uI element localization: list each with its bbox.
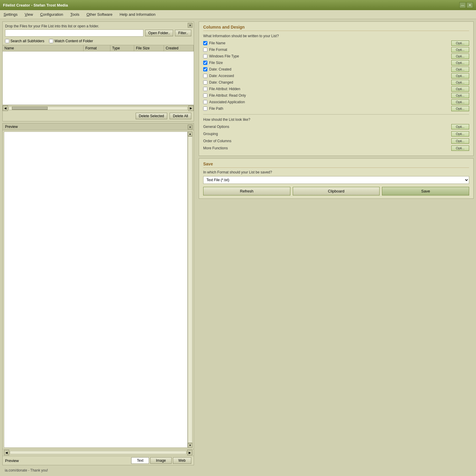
save-section: Save In which Format should your List be…: [199, 158, 474, 199]
checkbox-date-changed[interactable]: [203, 80, 207, 84]
opt-btn-file-name[interactable]: Opti...: [451, 40, 469, 46]
preview-footer: Preview Text Image Web: [3, 456, 194, 465]
opt-btn-order-of-columns[interactable]: Opti...: [451, 138, 469, 144]
menubar: Settings View Configuration Tools Other …: [0, 10, 476, 19]
column-item-windows-file-type: Windows File Type Opti...: [203, 54, 469, 59]
columns-design-section: Columns and Design What Information shou…: [199, 21, 474, 156]
col-type: Type: [110, 45, 134, 51]
opt-btn-date-accessed[interactable]: Opti...: [451, 73, 469, 79]
opt-btn-file-size[interactable]: Opti...: [451, 60, 469, 65]
preview-header-label: Preview: [5, 125, 18, 129]
preview-tabs: Text Image Web: [131, 457, 191, 464]
menu-item-settings[interactable]: Settings: [2, 12, 19, 17]
scroll-left-arrow[interactable]: ◀: [3, 106, 8, 111]
checkbox-associated-app[interactable]: [203, 100, 207, 104]
opt-btn-file-path[interactable]: Opti...: [451, 106, 469, 111]
opt-btn-more-functions[interactable]: Opti...: [451, 145, 469, 151]
file-section-close[interactable]: ✕: [188, 23, 192, 28]
menu-item-tools[interactable]: Tools: [69, 12, 80, 17]
menu-item-view[interactable]: View: [24, 12, 34, 17]
opt-btn-grouping[interactable]: Opti...: [451, 131, 469, 137]
close-button[interactable]: ✕: [466, 2, 473, 8]
scroll-down-arrow[interactable]: ▼: [188, 443, 192, 448]
preview-scroll-right[interactable]: ▶: [187, 450, 192, 455]
info-question: What Information should be written to yo…: [203, 34, 469, 38]
minimize-button[interactable]: —: [459, 2, 466, 8]
delete-selected-button[interactable]: Delete Selected: [136, 113, 167, 119]
clipboard-button[interactable]: Clipboard: [293, 187, 380, 195]
column-item-file-attrib-hidden: File Attribut: Hidden Opti...: [203, 86, 469, 92]
file-table-body[interactable]: [3, 51, 194, 105]
preview-section-close[interactable]: ✕: [188, 125, 192, 129]
col-name: Name: [3, 45, 84, 51]
checkbox-windows-file-type[interactable]: [203, 54, 207, 58]
scroll-up-arrow[interactable]: ▲: [188, 131, 192, 136]
filter-button[interactable]: Filter..: [175, 30, 191, 36]
refresh-button[interactable]: Refresh: [203, 187, 290, 195]
checkbox-file-path[interactable]: [203, 107, 207, 111]
checkbox-file-format[interactable]: [203, 48, 207, 52]
tab-image[interactable]: Image: [150, 457, 171, 464]
preview-h-track[interactable]: [10, 451, 187, 454]
column-item-date-changed: Date: Changed Opti...: [203, 80, 469, 85]
column-item-file-attrib-readonly: File Attribut: Read Only Opti...: [203, 93, 469, 98]
preview-h-scrollbar[interactable]: ◀ ▶: [3, 449, 194, 456]
search-subfolders-checkbox[interactable]: [5, 39, 9, 43]
file-table-header: Name Format Type File Size Created: [3, 45, 194, 51]
watch-folder-label[interactable]: Watch Content of Folder: [49, 39, 93, 43]
opt-btn-general-options[interactable]: Opti...: [451, 124, 469, 129]
scroll-track[interactable]: [9, 107, 188, 110]
preview-body[interactable]: [4, 131, 188, 448]
checkbox-date-created[interactable]: [203, 67, 207, 71]
menu-item-configuration[interactable]: Configuration: [39, 12, 64, 17]
label-date-accessed: Date: Accessed: [209, 74, 234, 78]
checkbox-file-name[interactable]: [203, 41, 207, 45]
file-section: ✕ Drop the Files for your File List into…: [2, 21, 194, 121]
main-layout: ✕ Drop the Files for your File List into…: [0, 19, 476, 476]
titlebar: Filelist Creator - Stefan Trost Media — …: [0, 0, 476, 10]
column-item-date-accessed: Date: Accessed Opti...: [203, 73, 469, 79]
left-panel: ✕ Drop the Files for your File List into…: [0, 19, 196, 476]
save-button[interactable]: Save: [382, 187, 469, 195]
watch-folder-checkbox[interactable]: [49, 39, 53, 43]
tab-web[interactable]: Web: [173, 457, 191, 464]
menu-item-other-software[interactable]: Other Software: [85, 12, 114, 17]
file-actions: Delete Selected Delete All: [3, 111, 194, 121]
scroll-thumb[interactable]: [12, 107, 48, 110]
vertical-scrollbar[interactable]: ▲ ▼: [188, 131, 192, 448]
opt-btn-associated-app[interactable]: Opti...: [451, 99, 469, 105]
file-input-row: Drop the Files for your File List into t…: [3, 22, 194, 29]
checkbox-file-attrib-readonly[interactable]: [203, 93, 207, 98]
look-item-grouping: Grouping Opti...: [203, 131, 469, 137]
label-date-changed: Date: Changed: [209, 80, 233, 84]
preview-section: ✕ Preview ▲ ▼ ◀ ▶ Preview Text: [2, 123, 194, 465]
scroll-right-arrow[interactable]: ▶: [188, 106, 194, 111]
col-format: Format: [84, 45, 110, 51]
column-item-date-created: Date: Created Opti...: [203, 67, 469, 72]
checkbox-file-size[interactable]: [203, 61, 207, 65]
label-order-of-columns: Order of Columns: [203, 139, 231, 143]
open-folder-button[interactable]: Open Folder..: [145, 30, 173, 36]
folder-path-input[interactable]: [5, 29, 143, 37]
v-scroll-track[interactable]: [188, 136, 192, 443]
opt-btn-date-created[interactable]: Opti...: [451, 67, 469, 72]
opt-btn-file-attrib-hidden[interactable]: Opti...: [451, 86, 469, 92]
opt-btn-file-attrib-readonly[interactable]: Opti...: [451, 93, 469, 98]
delete-all-button[interactable]: Delete All: [170, 113, 191, 119]
checkbox-file-attrib-hidden[interactable]: [203, 87, 207, 91]
label-general-options: General Options: [203, 125, 229, 129]
look-item-more-functions: More Functions Opti...: [203, 145, 469, 151]
menu-item-help[interactable]: Help and Information: [118, 12, 157, 17]
opt-btn-file-format[interactable]: Opti...: [451, 47, 469, 52]
checkbox-date-accessed[interactable]: [203, 74, 207, 78]
save-section-title: Save: [203, 162, 469, 168]
horizontal-scrollbar[interactable]: ◀ ▶: [3, 105, 194, 111]
opt-btn-date-changed[interactable]: Opti...: [451, 80, 469, 85]
search-subfolders-label[interactable]: Search all Subfolders: [5, 39, 44, 43]
preview-scroll-left[interactable]: ◀: [4, 450, 9, 455]
save-actions: Refresh Clipboard Save: [203, 187, 469, 195]
save-format-select[interactable]: Text File (*.txt) HTML File (*.html) CSV…: [203, 176, 469, 184]
label-file-attrib-hidden: File Attribut: Hidden: [209, 87, 240, 91]
opt-btn-windows-file-type[interactable]: Opti...: [451, 54, 469, 59]
tab-text[interactable]: Text: [131, 457, 149, 464]
